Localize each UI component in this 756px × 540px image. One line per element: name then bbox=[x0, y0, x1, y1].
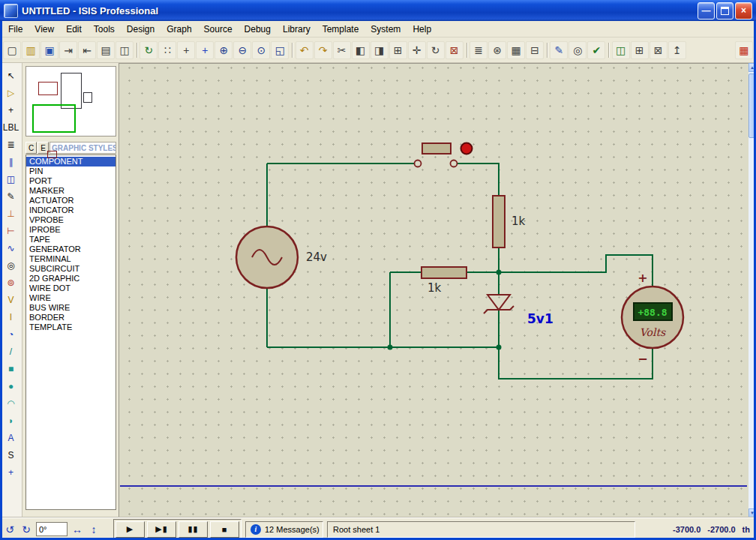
bus-mode-button[interactable]: ∥ bbox=[3, 154, 20, 170]
instant-edit-mode-button[interactable]: ✎ bbox=[3, 188, 20, 204]
design-explorer-button[interactable]: ◫ bbox=[612, 41, 630, 59]
style-item-generator[interactable]: GENERATOR bbox=[26, 244, 116, 254]
style-item-component[interactable]: COMPONENT bbox=[26, 157, 116, 166]
ac-source[interactable]: 24v bbox=[236, 226, 327, 288]
mirror-vertical-button[interactable]: ↕ bbox=[87, 523, 100, 536]
copy-button[interactable]: ◧ bbox=[352, 41, 370, 59]
menu-template[interactable]: Template bbox=[316, 22, 365, 37]
style-item-vprobe[interactable]: VPROBE bbox=[26, 215, 116, 225]
paste-button[interactable]: ◨ bbox=[370, 41, 388, 59]
play-button[interactable]: ▶ bbox=[116, 521, 145, 538]
scroll-down-icon[interactable]: ▼ bbox=[748, 508, 756, 518]
resistor-r1[interactable]: 1k bbox=[493, 196, 526, 248]
menu-help[interactable]: Help bbox=[406, 22, 437, 37]
search-tag-button[interactable]: ◎ bbox=[568, 41, 586, 59]
overview-minimap[interactable] bbox=[26, 66, 116, 136]
2d-box-mode-button[interactable]: ■ bbox=[3, 361, 20, 376]
step-button[interactable]: ▶▮ bbox=[147, 521, 176, 538]
component-mode-button[interactable]: ▷ bbox=[3, 85, 20, 100]
maximize-button[interactable] bbox=[716, 2, 734, 20]
2d-symbol-mode-button[interactable]: S bbox=[3, 447, 20, 463]
cut-button[interactable]: ✂ bbox=[333, 41, 351, 59]
mirror-horizontal-button[interactable]: ↔ bbox=[70, 523, 84, 536]
zoom-in-button[interactable]: ⊕ bbox=[214, 41, 232, 59]
menu-view[interactable]: View bbox=[28, 22, 60, 37]
style-item-2d-graphic[interactable]: 2D GRAPHIC bbox=[26, 274, 116, 284]
wire-label-mode-button[interactable]: LBL bbox=[3, 119, 20, 135]
property-assignment-button[interactable]: ✔ bbox=[587, 41, 605, 59]
selection-mode-button[interactable]: ↖ bbox=[3, 68, 20, 83]
undo-button[interactable]: ↶ bbox=[296, 41, 314, 59]
menu-source[interactable]: Source bbox=[198, 22, 238, 37]
redo-button[interactable]: ↷ bbox=[314, 41, 332, 59]
new-sheet-button[interactable]: ⊞ bbox=[631, 41, 649, 59]
voltage-probe-mode-button[interactable]: V bbox=[3, 292, 20, 308]
minimize-button[interactable]: — bbox=[698, 2, 715, 20]
graph-mode-button[interactable]: ∿ bbox=[3, 240, 20, 256]
netlist-to-ares-button[interactable]: ▦ bbox=[735, 41, 753, 59]
message-panel[interactable]: i 12 Message(s) bbox=[245, 521, 323, 538]
generator-mode-button[interactable]: ⊚ bbox=[3, 274, 20, 290]
subcircuit-mode-button[interactable]: ◫ bbox=[3, 171, 20, 187]
toggle-grid-button[interactable]: ∷ bbox=[158, 41, 176, 59]
rotate-clockwise-button[interactable]: ↻ bbox=[20, 523, 33, 536]
style-item-subcircuit[interactable]: SUBCIRCUIT bbox=[26, 264, 116, 274]
text-script-mode-button[interactable]: ≣ bbox=[3, 136, 20, 152]
menu-design[interactable]: Design bbox=[121, 22, 160, 37]
style-item-wire-dot[interactable]: WIRE DOT bbox=[26, 284, 116, 293]
zoom-area-button[interactable]: ◱ bbox=[271, 41, 289, 59]
style-item-indicator[interactable]: INDICATOR bbox=[26, 206, 116, 215]
zoom-out-button[interactable]: ⊖ bbox=[233, 41, 251, 59]
rotate-anticlockwise-button[interactable]: ↺ bbox=[3, 523, 16, 536]
menu-graph[interactable]: Graph bbox=[160, 22, 197, 37]
center-at-cursor-button[interactable]: + bbox=[196, 41, 214, 59]
save-button[interactable]: ▣ bbox=[40, 41, 58, 59]
actuator-dot[interactable] bbox=[461, 143, 472, 154]
junction-dot-mode-button[interactable]: + bbox=[3, 102, 20, 118]
menu-edit[interactable]: Edit bbox=[60, 22, 88, 37]
style-item-marker[interactable]: MARKER bbox=[26, 186, 116, 196]
block-copy-button[interactable]: ⊞ bbox=[389, 41, 407, 59]
menu-system[interactable]: System bbox=[364, 22, 406, 37]
menu-library[interactable]: Library bbox=[277, 22, 316, 37]
import-button[interactable]: ⇥ bbox=[59, 41, 77, 59]
new-file-button[interactable]: ▢ bbox=[3, 41, 21, 59]
style-item-border[interactable]: BORDER bbox=[26, 313, 116, 322]
style-item-pin[interactable]: PIN bbox=[26, 166, 116, 176]
zoom-all-button[interactable]: ⊙ bbox=[252, 41, 270, 59]
style-item-bus-wire[interactable]: BUS WIRE bbox=[26, 303, 116, 313]
vertical-scrollbar[interactable]: ▲ ▼ bbox=[748, 63, 756, 518]
goto-sheet-button[interactable]: ↥ bbox=[668, 41, 686, 59]
menu-tools[interactable]: Tools bbox=[88, 22, 121, 37]
terminal-mode-button[interactable]: ⊥ bbox=[3, 206, 20, 221]
current-probe-mode-button[interactable]: I bbox=[3, 309, 20, 325]
style-item-terminal[interactable]: TERMINAL bbox=[26, 254, 116, 264]
zener-diode[interactable]: 5v1 bbox=[484, 295, 554, 326]
open-folder-button[interactable]: ▥ bbox=[22, 41, 40, 59]
pick-parts-button[interactable]: ≣ bbox=[470, 41, 488, 59]
wire-autorouter-button[interactable]: ✎ bbox=[550, 41, 568, 59]
title-bar[interactable]: UNTITLED - ISIS Professional — × bbox=[0, 0, 756, 21]
remove-sheet-button[interactable]: ⊠ bbox=[650, 41, 668, 59]
2d-line-mode-button[interactable]: / bbox=[3, 344, 20, 359]
redraw-button[interactable]: ↻ bbox=[140, 41, 158, 59]
scrollbar-thumb[interactable] bbox=[748, 74, 756, 138]
2d-marker-mode-button[interactable]: + bbox=[3, 464, 20, 480]
instrument-mode-button[interactable]: ◔ bbox=[3, 326, 20, 342]
menu-file[interactable]: File bbox=[2, 22, 28, 37]
make-device-button[interactable]: ⊛ bbox=[488, 41, 506, 59]
print-button[interactable]: ▤ bbox=[97, 41, 115, 59]
tape-mode-button[interactable]: ◎ bbox=[3, 257, 20, 273]
block-delete-button[interactable]: ⊠ bbox=[446, 41, 464, 59]
menu-debug[interactable]: Debug bbox=[238, 22, 277, 37]
packaging-tool-button[interactable]: ▦ bbox=[507, 41, 525, 59]
mark-print-area-button[interactable]: ◫ bbox=[116, 41, 134, 59]
pick-components-button[interactable]: C bbox=[26, 142, 37, 154]
style-item-actuator[interactable]: ACTUATOR bbox=[26, 196, 116, 206]
style-item-template[interactable]: TEMPLATE bbox=[26, 322, 116, 332]
style-item-iprobe[interactable]: IPROBE bbox=[26, 225, 116, 235]
block-move-button[interactable]: ✛ bbox=[408, 41, 426, 59]
pause-button[interactable]: ▮▮ bbox=[178, 521, 208, 538]
export-button[interactable]: ⇤ bbox=[78, 41, 96, 59]
false-origin-button[interactable]: + bbox=[177, 41, 195, 59]
